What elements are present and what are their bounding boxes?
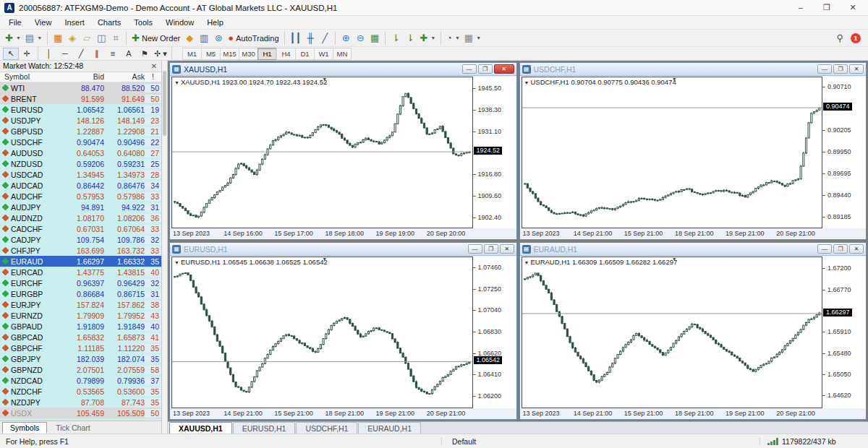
column-symbol[interactable]: Symbol bbox=[0, 72, 61, 81]
chart-tab-usdchf-h1[interactable]: USDCHF,H1 bbox=[296, 422, 357, 434]
trendline-tool[interactable]: ╱ bbox=[73, 48, 89, 60]
market-watch-row-audjpy[interactable]: AUDJPY94.89194.92231 bbox=[0, 202, 161, 212]
chart-plot-xauusd[interactable]: ▼XAUUSD,H1 1923.00 1924.70 1922.43 1924.… bbox=[171, 77, 473, 228]
minimize-button[interactable]: – bbox=[796, 3, 806, 12]
terminal-button[interactable]: ◫ bbox=[94, 31, 109, 46]
market-watch-row-gbpusd[interactable]: GBPUSD1.228871.2290821 bbox=[0, 126, 161, 137]
chart-close-button[interactable]: ✕ bbox=[849, 244, 864, 254]
column-ask[interactable]: Ask bbox=[104, 72, 145, 81]
menu-help[interactable]: Help bbox=[201, 17, 229, 27]
market-watch-row-brent[interactable]: BRENT91.59991.64950 bbox=[0, 93, 161, 104]
column-bid[interactable]: Bid bbox=[61, 72, 104, 81]
market-watch-tab-tick-chart[interactable]: Tick Chart bbox=[48, 422, 98, 434]
chart-tab-eurusd-h1[interactable]: EURUSD,H1 bbox=[233, 422, 296, 434]
new-order-button[interactable]: ✚New Order bbox=[129, 31, 182, 46]
market-watch-row-audusd[interactable]: AUDUSD0.640530.6408027 bbox=[0, 147, 161, 158]
menu-tools[interactable]: Tools bbox=[128, 17, 158, 27]
time-axis-usdchf[interactable]: 13 Sep 202314 Sep 21:0015 Sep 21:0018 Se… bbox=[522, 228, 867, 239]
timeframe-m30[interactable]: M30 bbox=[239, 48, 258, 60]
timeframe-m1[interactable]: M1 bbox=[182, 48, 201, 60]
market-watch-row-nzdjpy[interactable]: NZDJPY87.70887.74335 bbox=[0, 397, 161, 408]
market-watch-row-gbpnzd[interactable]: GBPNZD2.075012.0755958 bbox=[0, 364, 161, 375]
market-watch-row-audnzd[interactable]: AUDNZD1.081701.0820636 bbox=[0, 212, 161, 223]
chart-plot-eurusd[interactable]: ▼EURUSD,H1 1.06545 1.06638 1.06525 1.065… bbox=[171, 257, 473, 408]
crosshair-tool[interactable]: ✛ bbox=[19, 48, 35, 60]
navigator-button[interactable]: ▱ bbox=[80, 31, 94, 46]
market-watch-row-gbpjpy[interactable]: GBPJPY182.039182.07435 bbox=[0, 353, 161, 364]
menu-insert[interactable]: Insert bbox=[59, 17, 90, 27]
chart-restore-button[interactable]: ❐ bbox=[833, 64, 848, 74]
vertical-line-tool[interactable]: │ bbox=[41, 48, 57, 60]
market-watch-row-cadjpy[interactable]: CADJPY109.754109.78632 bbox=[0, 234, 161, 245]
chart-close-button[interactable]: ✕ bbox=[849, 64, 864, 74]
notification-badge[interactable]: 1 bbox=[851, 33, 861, 43]
metaeditor-button[interactable]: ◆ bbox=[182, 31, 197, 46]
timeframe-mn[interactable]: MN bbox=[333, 48, 352, 60]
market-watch-row-eurusd[interactable]: EURUSD1.065421.0656119 bbox=[0, 104, 161, 115]
market-watch-row-nzdchf[interactable]: NZDCHF0.535650.5360035 bbox=[0, 386, 161, 397]
chart-minimize-button[interactable]: — bbox=[817, 244, 832, 254]
channel-tool[interactable]: ∥ bbox=[89, 48, 105, 60]
market-watch-row-nzdusd[interactable]: NZDUSD0.592060.5923125 bbox=[0, 158, 161, 169]
market-watch-row-chfjpy[interactable]: CHFJPY163.699163.73233 bbox=[0, 245, 161, 256]
menu-file[interactable]: File bbox=[3, 17, 27, 27]
horizontal-line-tool[interactable]: ─ bbox=[57, 48, 73, 60]
chart-close-button[interactable]: ✕ bbox=[500, 244, 514, 254]
menu-charts[interactable]: Charts bbox=[92, 17, 127, 27]
candlestick-mode-button[interactable]: ╫ bbox=[303, 31, 318, 46]
market-watch-row-gbpaud[interactable]: GBPAUD1.918091.9184940 bbox=[0, 321, 161, 332]
market-watch-row-gbpchf[interactable]: GBPCHF1.111851.1122035 bbox=[0, 343, 161, 353]
tile-windows-button[interactable]: ▦ bbox=[367, 31, 382, 46]
chart-close-button[interactable]: ✕ bbox=[494, 64, 514, 74]
scrollbar-thumb[interactable] bbox=[163, 71, 166, 136]
chart-tab-euraud-h1[interactable]: EURAUD,H1 bbox=[358, 422, 421, 434]
market-watch-row-eurchf[interactable]: EURCHF0.963970.9642932 bbox=[0, 277, 161, 288]
chart-plot-euraud[interactable]: ▼EURAUD,H1 1.66309 1.66509 1.66282 1.662… bbox=[522, 257, 823, 408]
fibonacci-tool[interactable]: ≡ bbox=[105, 48, 121, 60]
price-axis-usdchf[interactable]: 0.907100.902050.899500.896950.894400.891… bbox=[822, 77, 866, 228]
close-button[interactable]: ✕ bbox=[848, 3, 858, 12]
shapes-tool[interactable]: ✢ ▾ bbox=[153, 48, 169, 60]
chart-titlebar-usdchf[interactable]: ▦USDCHF,H1—❐✕ bbox=[520, 63, 867, 76]
market-watch-row-usdchf[interactable]: USDCHF0.904740.9049622 bbox=[0, 137, 161, 147]
timeframe-h1[interactable]: H1 bbox=[258, 48, 276, 60]
market-watch-close-icon[interactable]: ✕ bbox=[150, 62, 158, 70]
market-watch-row-nzdcad[interactable]: NZDCAD0.798990.7993637 bbox=[0, 375, 161, 386]
market-watch-row-cadchf[interactable]: CADCHF0.670310.6706433 bbox=[0, 223, 161, 234]
periods-button[interactable]: ◔▼ bbox=[444, 31, 462, 46]
chart-minimize-button[interactable]: — bbox=[817, 64, 832, 74]
arrows-tool[interactable]: ⚑ bbox=[137, 48, 153, 60]
chart-titlebar-eurusd[interactable]: ▦EURUSD,H1—❐✕ bbox=[170, 243, 516, 256]
expert-advisors-button[interactable]: ▥ bbox=[197, 31, 211, 46]
chart-titlebar-xauusd[interactable]: ▦XAUUSD,H1—❐✕ bbox=[170, 63, 516, 76]
autotrading-button[interactable]: ●AutoTrading bbox=[226, 31, 281, 46]
new-chart-button[interactable]: ✚▼ bbox=[3, 31, 23, 46]
zoom-in-button[interactable]: ⊕ bbox=[339, 31, 353, 46]
market-watch-row-audcad[interactable]: AUDCAD0.864420.8647634 bbox=[0, 180, 161, 191]
data-window-button[interactable]: ◈ bbox=[65, 31, 80, 46]
market-watch-toggle[interactable]: ▦ bbox=[51, 31, 65, 46]
auto-arrange-button[interactable]: ⇂ bbox=[388, 31, 403, 46]
price-axis-xauusd[interactable]: 1945.501938.301931.101916.801909.601902.… bbox=[473, 77, 516, 228]
chart-tab-xauusd-h1[interactable]: XAUUSD,H1 bbox=[169, 422, 232, 434]
market-watch-row-gbpcad[interactable]: GBPCAD1.658321.6587341 bbox=[0, 332, 161, 343]
timeframe-m5[interactable]: M5 bbox=[201, 48, 220, 60]
cascade-button[interactable]: ⇂ bbox=[403, 31, 417, 46]
market-watch-row-usdjpy[interactable]: USDJPY148.126148.14923 bbox=[0, 115, 161, 126]
market-watch-row-eurnzd[interactable]: EURNZD1.799091.7995243 bbox=[0, 310, 161, 321]
bar-chart-mode-button[interactable]: ┃┃ bbox=[288, 31, 304, 46]
column-spread[interactable]: ! bbox=[145, 72, 161, 81]
zoom-out-button[interactable]: ⊖ bbox=[353, 31, 367, 46]
market-watch-scrollbar[interactable] bbox=[162, 61, 168, 434]
status-profile[interactable]: Default bbox=[441, 437, 760, 446]
chart-minimize-button[interactable]: — bbox=[468, 244, 482, 254]
chart-minimize-button[interactable]: — bbox=[462, 64, 477, 74]
line-chart-mode-button[interactable]: ╱ bbox=[318, 31, 332, 46]
templates-button[interactable]: ▦▼ bbox=[462, 31, 483, 46]
market-watch-row-usdx[interactable]: USDX105.459105.50950 bbox=[0, 408, 161, 418]
time-axis-xauusd[interactable]: 13 Sep 202314 Sep 16:0015 Sep 17:0018 Se… bbox=[171, 228, 516, 239]
chart-restore-button[interactable]: ❐ bbox=[833, 244, 848, 254]
chart-titlebar-euraud[interactable]: ▦EURAUD,H1—❐✕ bbox=[520, 243, 867, 256]
text-tool[interactable]: A bbox=[121, 48, 137, 60]
cursor-tool[interactable]: ↖ bbox=[3, 48, 19, 60]
